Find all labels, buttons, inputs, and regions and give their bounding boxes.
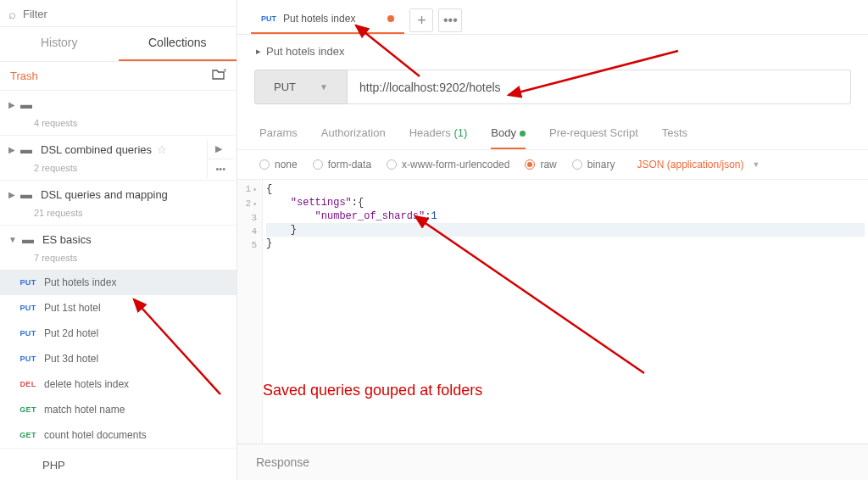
folder-header[interactable]: ▶ ▬ <box>0 91 236 118</box>
request-name: Put 3d hotel <box>44 353 98 365</box>
more-tabs-button[interactable]: ••• <box>438 8 462 32</box>
radio-none[interactable]: none <box>259 159 298 170</box>
folders: ▶ ▬ 4 requests ▶ ▬ DSL combined queries … <box>0 91 236 480</box>
request-name: match hotel name <box>44 404 125 416</box>
folder-header[interactable]: ▶ ▬ DSL combined queries ☆ <box>0 136 236 163</box>
new-tab-button[interactable]: + <box>409 8 433 32</box>
method-badge: PUT <box>17 329 39 338</box>
method-badge: PUT <box>17 354 39 363</box>
breadcrumb: Put hotels index <box>266 45 345 58</box>
method-badge: DEL <box>17 380 39 388</box>
tab-params[interactable]: Params <box>259 126 298 149</box>
content-type-dropdown[interactable]: JSON (application/json) ▼ <box>637 159 760 170</box>
request-item[interactable]: PUTPut 3d hotel <box>0 346 236 371</box>
caret-right-icon: ▶ <box>8 145 15 154</box>
tab-body[interactable]: Body <box>491 126 526 149</box>
caret-right-icon: ▶ <box>8 190 15 199</box>
request-name: Put hotels index <box>44 276 116 288</box>
body-dot-icon <box>520 131 526 137</box>
body-editor[interactable]: 1▾2▾345 { "settings":{ "number_of_shards… <box>237 180 868 444</box>
tab-history[interactable]: History <box>0 27 119 61</box>
folder-sub: 7 requests <box>0 253 236 270</box>
annotation-text: Saved queries gouped at folders <box>263 382 482 399</box>
folder-name: DSL combined queries <box>41 143 152 156</box>
folder-sub: 21 requests <box>0 208 236 225</box>
request-name: count hotel documents <box>44 429 147 441</box>
tab-prerequest[interactable]: Pre-request Script <box>549 126 638 149</box>
expand-icon[interactable]: ▶ <box>208 139 233 159</box>
svg-text:+: + <box>223 69 226 75</box>
request-tab[interactable]: PUT Put hotels index <box>251 7 404 34</box>
chevron-down-icon: ▼ <box>753 160 760 169</box>
more-icon[interactable]: ••• <box>208 159 233 178</box>
tab-tests[interactable]: Tests <box>662 126 687 149</box>
folder-icon: ▬ <box>20 142 32 156</box>
request-item[interactable]: PUTPut 1st hotel <box>0 295 236 321</box>
radio-raw[interactable]: raw <box>525 159 556 170</box>
new-collection-icon[interactable]: + <box>212 69 226 83</box>
folder-icon: ▬ <box>22 232 34 246</box>
star-icon[interactable]: ☆ <box>157 143 167 156</box>
url-input[interactable] <box>348 70 851 104</box>
tab-authorization[interactable]: Authorization <box>321 126 386 149</box>
request-name: delete hotels index <box>44 378 129 390</box>
chevron-down-icon: ▼ <box>320 82 328 92</box>
request-item[interactable]: GETmatch hotel name <box>0 397 236 422</box>
response-panel[interactable]: Response <box>237 444 868 480</box>
folder-header[interactable]: ▼ ▬ ES basics <box>0 226 236 253</box>
tab-name: Put hotels index <box>283 13 355 25</box>
caret-right-icon: ▶ <box>8 100 15 109</box>
folder-icon: ▬ <box>20 187 32 201</box>
caret-down-icon: ▼ <box>8 235 17 244</box>
tab-collections[interactable]: Collections <box>119 27 237 61</box>
tab-method: PUT <box>261 14 276 23</box>
radio-form-data[interactable]: form-data <box>313 159 371 170</box>
code-area[interactable]: { "settings":{ "number_of_shards":1 } } <box>263 180 868 444</box>
method-value: PUT <box>274 81 296 93</box>
method-badge: PUT <box>17 278 39 287</box>
request-name: Put 1st hotel <box>44 302 101 314</box>
radio-binary[interactable]: binary <box>572 159 615 170</box>
trash-link[interactable]: Trash <box>10 70 38 82</box>
folder-php[interactable]: PHP <box>0 449 236 480</box>
method-badge: PUT <box>17 304 39 312</box>
folder-sub: 2 requests <box>0 163 236 180</box>
filter-input[interactable] <box>23 8 228 20</box>
folder-name: DSL queries and mapping <box>41 188 168 201</box>
request-name: Put 2d hotel <box>44 327 98 339</box>
request-item[interactable]: DELdelete hotels index <box>0 371 236 397</box>
method-dropdown[interactable]: PUT ▼ <box>254 70 348 104</box>
caret-right-icon[interactable]: ▸ <box>256 46 261 57</box>
request-item[interactable]: PUTPut hotels index <box>0 270 236 295</box>
request-item[interactable]: PUTPut 2d hotel <box>0 321 236 346</box>
method-badge: GET <box>17 405 39 414</box>
request-item[interactable]: GETcount hotel documents <box>0 422 236 448</box>
unsaved-dot-icon <box>387 15 394 22</box>
folder-icon: ▬ <box>20 98 32 111</box>
tab-headers[interactable]: Headers (1) <box>409 126 468 149</box>
search-icon: ⌕ <box>8 7 16 21</box>
folder-name: ES basics <box>42 233 92 246</box>
folder-header[interactable]: ▶ ▬ DSL queries and mapping <box>0 181 236 208</box>
radio-xwww[interactable]: x-www-form-urlencoded <box>387 159 509 170</box>
folder-sub: 4 requests <box>0 118 236 135</box>
gutter: 1▾2▾345 <box>237 180 263 444</box>
method-badge: GET <box>17 431 39 439</box>
